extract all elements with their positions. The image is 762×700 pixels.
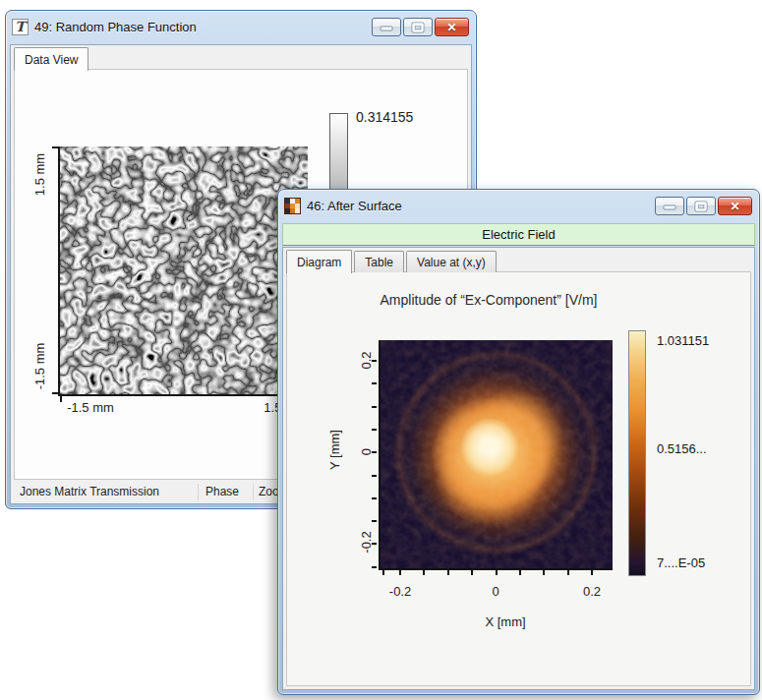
close-icon: ✕: [719, 198, 751, 214]
colorbar-max-value: 1.031151: [657, 333, 709, 348]
status-separator: [253, 484, 254, 500]
window-body: Diagram Table Value at (x,y) Amplitude o…: [282, 247, 755, 690]
phase-pattern-plot[interactable]: [58, 146, 308, 396]
phase-pattern-image: [60, 146, 308, 394]
tab-diagram[interactable]: Diagram: [286, 250, 352, 273]
y-axis-tick-label-bottom: -1.5 mm: [32, 337, 47, 396]
minimize-button[interactable]: [372, 18, 401, 36]
y-axis-tick-label-top: 1.5 mm: [32, 146, 47, 204]
close-button[interactable]: ✕: [718, 197, 752, 215]
close-icon: ✕: [436, 19, 468, 35]
y-axis-label: Y [mm]: [327, 421, 342, 480]
y-tick-label: 0: [359, 433, 374, 472]
phase-colorbar-max-value: 0.314155: [356, 109, 413, 125]
x-tick-label: 0.2: [572, 584, 612, 599]
minimize-icon: [381, 27, 393, 31]
colorbar-min-value: 7....E-05: [657, 555, 705, 570]
chart-title: Amplitude of “Ex-Component” [V/m]: [302, 292, 675, 308]
window-title: 46: After Surface: [307, 199, 649, 213]
x-tick-label: -0.2: [381, 584, 420, 599]
window-title: 49: Random Phase Function: [34, 20, 366, 34]
field-type-banner: Electric Field: [282, 223, 755, 246]
x-tick-label: 0: [476, 584, 515, 599]
maximize-button[interactable]: [686, 197, 716, 215]
x-axis-ticks: [379, 570, 612, 575]
tab-table[interactable]: Table: [354, 251, 404, 272]
status-quantity-selector[interactable]: Phase: [205, 485, 239, 498]
x-axis-tick-label-left: -1.5 mm: [56, 400, 125, 415]
titlebar[interactable]: 46: After Surface ✕: [278, 190, 759, 222]
diagram-panel: Amplitude of “Ex-Component” [V/m] 0.2 0: [286, 271, 751, 686]
y-tick-label: 0.2: [359, 341, 374, 380]
maximize-button[interactable]: [403, 18, 433, 36]
minimize-button[interactable]: [655, 197, 684, 215]
maximize-icon: [696, 202, 707, 210]
minimize-icon: [664, 205, 676, 210]
amplitude-heatmap-plot[interactable]: [379, 340, 613, 570]
close-button[interactable]: ✕: [435, 18, 469, 36]
jones-matrix-document-icon: T: [12, 19, 29, 35]
axis-tick: [52, 146, 58, 148]
status-separator: [198, 484, 199, 500]
tab-data-view[interactable]: Data View: [14, 47, 88, 71]
amplitude-colorbar: [628, 330, 646, 576]
status-field-type: Jones Matrix Transmission: [20, 485, 159, 498]
titlebar[interactable]: T 49: Random Phase Function ✕: [6, 11, 476, 43]
tab-value-at-xy[interactable]: Value at (x,y): [406, 251, 497, 272]
window-after-surface: 46: After Surface ✕ Electric Field Diagr…: [277, 189, 760, 695]
y-tick-label: -0.2: [359, 523, 374, 562]
colorbar-mid-value: 0.5156...: [657, 441, 707, 456]
axis-tick: [52, 392, 58, 394]
maximize-icon: [413, 23, 424, 31]
heatmap-speckle-overlay: [381, 340, 613, 568]
harmonic-field-icon: [284, 198, 301, 214]
x-axis-label: X [mm]: [476, 614, 535, 629]
